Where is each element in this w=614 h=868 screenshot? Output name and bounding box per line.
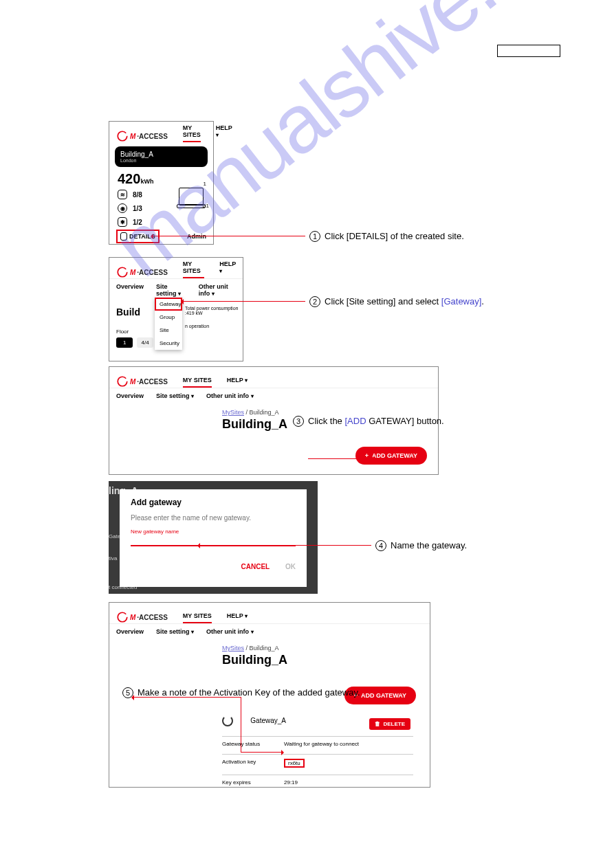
svg-point-0: [118, 131, 127, 141]
sub-nav: Overview Site setting ▾ Other unit info …: [109, 623, 430, 639]
dropdown-item-security[interactable]: Security: [155, 337, 182, 350]
kv-status: Gateway statusWaiting for gateway to con…: [222, 736, 413, 751]
tab-help[interactable]: HELP ▾: [219, 260, 236, 278]
device-icon: [179, 188, 204, 205]
gateway-name: Gateway_A: [250, 717, 286, 724]
app-logo: M·ACCESS: [116, 266, 168, 278]
svg-point-1: [118, 267, 127, 277]
svg-point-3: [118, 612, 127, 622]
logo-ring-icon: [116, 611, 129, 623]
arrow-5v: [241, 697, 241, 752]
callout-1: 1Click [DETAILS] of the created site.: [309, 231, 464, 242]
tab-my-sites[interactable]: MY SITES: [183, 260, 204, 278]
logo-ring-icon: [116, 375, 129, 388]
arrow-5top: [133, 697, 241, 698]
nav-other-unit-info[interactable]: Other unit info ▾: [199, 283, 236, 297]
snow-icon: ✱: [118, 217, 127, 227]
expires-value: 29:19: [284, 779, 298, 786]
op-partial: n operation: [185, 324, 209, 329]
kv-expires: Key expires29:19: [222, 775, 413, 790]
arrow-4: [199, 545, 371, 546]
callout-4: 4Name the gateway.: [375, 540, 467, 551]
callout-3: 3Click the [ADD GATEWAY] button.: [293, 416, 444, 427]
chevron-down-icon: ▾: [245, 613, 248, 619]
chevron-down-icon: ▾: [212, 291, 215, 297]
app-header: M·ACCESS MY SITES HELP ▾: [109, 603, 430, 623]
app-logo: M·ACCESS: [116, 130, 168, 142]
chevron-down-icon: ▾: [251, 393, 254, 399]
chevron-down-icon: ▾: [178, 291, 181, 297]
device-label-top: 1: [204, 181, 206, 187]
alert-icon: [120, 232, 127, 241]
edge-tiva: tiva: [109, 555, 117, 561]
tab-my-sites[interactable]: MY SITES: [183, 377, 212, 388]
stat-1: 8/8: [133, 191, 142, 199]
edge-gate: Gate: [109, 533, 120, 539]
nav-site-setting[interactable]: Site setting ▾: [156, 283, 186, 297]
site-card[interactable]: Building_A London: [115, 146, 208, 167]
site-name: Building_A: [120, 151, 202, 158]
nav-site-setting[interactable]: Site setting ▾: [156, 628, 194, 635]
breadcrumb: MySites / Building_A: [222, 409, 438, 416]
gateway-card: Gateway_A Gateway statusWaiting for gate…: [222, 715, 413, 790]
chevron-down-icon: ▾: [216, 132, 219, 138]
app-logo: M·ACCESS: [116, 611, 168, 623]
modal-hint: Please enter the name of new gateway.: [131, 514, 296, 522]
drop-icon: ◉: [118, 203, 127, 213]
arrow-5h: [241, 752, 282, 753]
kwh-value: 420kWh: [118, 171, 205, 187]
sub-nav: Overview Site setting ▾ Other unit info …: [109, 388, 438, 403]
chevron-down-icon: ▾: [245, 377, 248, 383]
add-gateway-button[interactable]: +ADD GATEWAY: [355, 447, 427, 465]
chevron-down-icon: ▾: [251, 629, 254, 635]
site-setting-dropdown: Gateway Group Site Security: [155, 298, 182, 350]
site-location: London: [120, 158, 202, 163]
app-header: M·ACCESS MY SITES HELP ▾: [109, 122, 213, 142]
page-corner-box: [497, 45, 560, 57]
nav-other-unit-info[interactable]: Other unit info ▾: [206, 392, 254, 399]
add-gateway-modal: Add gateway Please enter the name of new…: [120, 489, 307, 587]
activation-key-value: rx6tu: [284, 759, 305, 768]
app-header: M·ACCESS MY SITES HELP ▾: [109, 258, 243, 278]
crumb-mysites[interactable]: MySites: [222, 645, 244, 652]
dropdown-item-group[interactable]: Group: [155, 311, 182, 324]
device-label-bottom: B1: [202, 203, 209, 209]
tab-help[interactable]: HELP ▾: [227, 377, 248, 388]
tab-help[interactable]: HELP ▾: [216, 124, 232, 142]
tab-my-sites[interactable]: MY SITES: [183, 124, 201, 142]
tab-help[interactable]: HELP ▾: [227, 612, 248, 623]
tab-my-sites[interactable]: MY SITES: [183, 612, 212, 623]
nav-overview[interactable]: Overview: [116, 283, 144, 297]
screenshot-panel-4: ling_A Gate tiva t connected Add gateway…: [109, 481, 318, 594]
power-line: Total power consumption :419 kW: [185, 306, 243, 315]
nav-overview[interactable]: Overview: [116, 628, 144, 635]
arrow-2: [183, 301, 305, 302]
role-label: Admin: [187, 233, 206, 240]
chevron-down-icon: ▾: [191, 393, 194, 399]
app-header: M·ACCESS MY SITES HELP ▾: [109, 367, 438, 388]
kv-activation-key: Activation keyrx6tu: [222, 754, 413, 772]
arrow-1: [153, 236, 305, 236]
ok-button[interactable]: OK: [285, 563, 296, 570]
op-count-partial: 4/4: [137, 337, 153, 348]
crumb-mysites[interactable]: MySites: [222, 409, 244, 416]
app-logo: M·ACCESS: [116, 375, 168, 388]
loading-spinner-icon: [222, 715, 233, 726]
status-value: Waiting for gateway to connect: [284, 741, 359, 747]
cancel-button[interactable]: CANCEL: [241, 563, 270, 570]
arrow-3: [308, 458, 373, 459]
nav-other-unit-info[interactable]: Other unit info ▾: [206, 628, 254, 635]
logo-ring-icon: [116, 130, 129, 142]
nav-overview[interactable]: Overview: [116, 392, 144, 399]
floor-pill[interactable]: 1: [116, 337, 133, 348]
nav-site-setting[interactable]: Site setting ▾: [156, 392, 194, 399]
chevron-down-icon: ▾: [219, 268, 222, 274]
dropdown-item-site[interactable]: Site: [155, 324, 182, 337]
crumb-building: Building_A: [250, 645, 279, 652]
stat-3: 1/2: [133, 219, 142, 226]
gateway-name-label: New gateway name: [131, 528, 296, 535]
callout-2: 2Click [Site setting] and select [Gatewa…: [309, 296, 484, 307]
chevron-down-icon: ▾: [191, 629, 194, 635]
breadcrumb: MySites / Building_A: [222, 645, 430, 652]
ac-icon: ≋: [118, 190, 127, 199]
